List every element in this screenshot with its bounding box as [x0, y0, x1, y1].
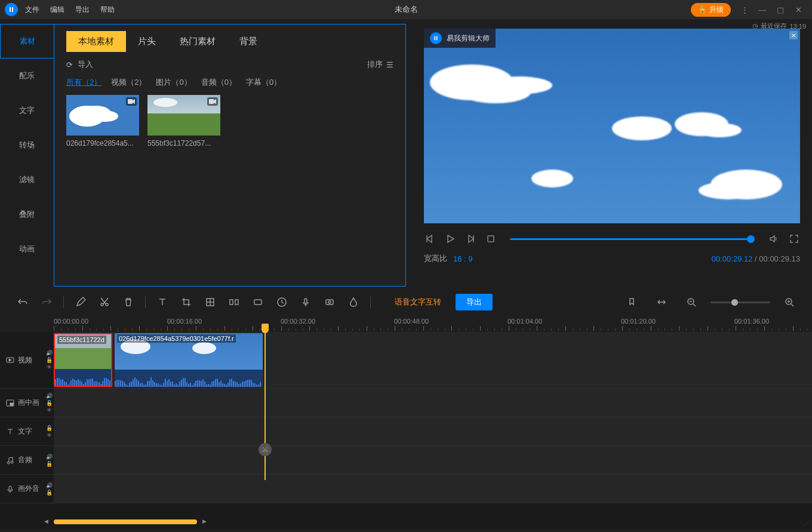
split-at-playhead[interactable]	[259, 443, 272, 456]
playhead-handle[interactable]	[262, 324, 269, 333]
eye-icon[interactable]: 👁	[47, 407, 52, 413]
lock-icon[interactable]: 🔓	[46, 490, 53, 496]
speed-button[interactable]	[271, 291, 293, 313]
timeline-clip[interactable]: 026d179fce2854a5379e0301e5fe077f.r	[115, 333, 263, 387]
track-controls[interactable]: 🔊🔓👁	[45, 393, 54, 413]
delete-button[interactable]	[118, 291, 139, 313]
track-controls[interactable]: 🔓👁	[45, 425, 54, 438]
mute-icon[interactable]: 🔊	[46, 393, 53, 399]
eye-icon[interactable]: 👁	[47, 364, 52, 370]
media-item[interactable]: 555bf3c11722d57...	[147, 95, 220, 147]
sort-button[interactable]: 排序 ☰	[367, 59, 393, 70]
minimize-button[interactable]: —	[758, 5, 767, 14]
voice-button[interactable]	[295, 291, 316, 313]
sidebar-item-overlay[interactable]: 叠附	[0, 197, 54, 232]
text-button[interactable]	[152, 291, 173, 313]
play-button[interactable]	[444, 233, 456, 245]
track-controls[interactable]: 🔊🔓	[45, 482, 54, 496]
resize-grip[interactable]: ⋰	[804, 520, 810, 527]
sidebar-item-music[interactable]: 配乐	[0, 59, 54, 93]
undo-button[interactable]	[12, 291, 33, 313]
eye-icon[interactable]: 👁	[47, 432, 52, 438]
mute-icon[interactable]: 🔊	[46, 350, 53, 356]
track-controls[interactable]: 🔊🔓👁	[45, 350, 54, 370]
menu-edit[interactable]: 编辑	[50, 5, 64, 15]
filter-audio[interactable]: 音频（0）	[201, 77, 236, 88]
timeline-clip[interactable]: 555bf3c11722d	[54, 333, 112, 387]
preview-video[interactable]: 易我剪辑大师 ✕	[424, 29, 800, 223]
watermark-close[interactable]: ✕	[789, 31, 798, 39]
maximize-button[interactable]: ▢	[776, 5, 785, 14]
menu-help[interactable]: 帮助	[100, 5, 115, 15]
scrollbar-thumb[interactable]	[54, 519, 197, 524]
track-content[interactable]	[54, 389, 812, 417]
aspect-value[interactable]: 16 : 9	[453, 254, 473, 263]
menu-file[interactable]: 文件	[25, 5, 39, 15]
next-frame-button[interactable]	[465, 233, 476, 245]
mute-icon[interactable]: 🔊	[46, 454, 53, 460]
edit-button[interactable]	[70, 291, 91, 313]
track-header-audio: 音频	[0, 455, 45, 465]
import-label: 导入	[78, 59, 93, 70]
zoom-out-button[interactable]	[681, 291, 702, 313]
track-content[interactable]	[54, 475, 812, 503]
track-content[interactable]	[54, 446, 812, 474]
progress-bar[interactable]	[510, 238, 755, 240]
track-header-voice: 画外音	[0, 484, 45, 494]
mute-icon[interactable]: 🔊	[46, 482, 53, 488]
stop-button[interactable]	[485, 233, 497, 245]
volume-button[interactable]	[768, 233, 780, 245]
media-tab-intro ro[interactable]: 片头	[126, 31, 168, 52]
track-content[interactable]: 555bf3c11722d 026d179fce2854a5379e0301e5…	[54, 332, 812, 388]
color-button[interactable]	[343, 291, 364, 313]
media-tab-hot[interactable]: 热门素材	[168, 31, 227, 52]
filter-image[interactable]: 图片（0）	[156, 77, 191, 88]
split-button[interactable]	[223, 291, 245, 313]
menu-export[interactable]: 导出	[75, 5, 90, 15]
sidebar-item-media[interactable]: 素材	[0, 24, 54, 59]
freeze-button[interactable]	[247, 291, 269, 313]
zoom-in-button[interactable]	[779, 291, 800, 313]
upgrade-button[interactable]: 🔒 升级	[691, 3, 731, 17]
lock-icon[interactable]: 🔓	[46, 461, 53, 467]
crop-button[interactable]	[176, 291, 197, 313]
prev-frame-button[interactable]	[424, 233, 436, 245]
sidebar-item-animation[interactable]: 动画	[0, 232, 54, 266]
zoom-thumb[interactable]	[731, 299, 738, 306]
sidebar-item-text[interactable]: 文字	[0, 93, 54, 128]
lock-icon[interactable]: 🔓	[46, 400, 53, 406]
track-content[interactable]	[54, 417, 812, 445]
import-button[interactable]: ⟳ 导入	[66, 59, 93, 70]
fullscreen-button[interactable]	[788, 233, 800, 245]
filter-subtitle[interactable]: 字幕（0）	[246, 77, 281, 88]
sidebar-item-transition[interactable]: 转场	[0, 128, 54, 162]
marker-button[interactable]	[621, 291, 642, 313]
filter-video[interactable]: 视频（2）	[111, 77, 146, 88]
media-item[interactable]: 026d179fce2854a5...	[66, 95, 139, 147]
sidebar-item-filter[interactable]: 滤镜	[0, 162, 54, 197]
left-sidebar: 素材 配乐 文字 转场 滤镜 叠附 动画	[0, 24, 54, 287]
fit-button[interactable]	[651, 291, 672, 313]
video-icon	[126, 97, 137, 106]
close-button[interactable]: ✕	[794, 5, 802, 14]
filter-all[interactable]: 所有（2）	[66, 77, 102, 88]
lock-icon[interactable]: 🔓	[46, 425, 53, 431]
playhead[interactable]	[264, 325, 266, 480]
lock-icon[interactable]: 🔓	[46, 357, 53, 363]
cut-button[interactable]	[94, 291, 115, 313]
timeline-ruler[interactable]: 00:00:00.00 00:00:16.00 00:00:32.00 00:0…	[0, 315, 812, 332]
progress-thumb[interactable]	[747, 235, 755, 243]
media-tab-background[interactable]: 背景	[227, 31, 269, 52]
media-tab-local[interactable]: 本地素材	[66, 31, 126, 52]
export-button[interactable]: 导出	[456, 294, 493, 310]
zoom-slider[interactable]	[710, 302, 770, 303]
redo-button[interactable]	[36, 291, 57, 313]
record-button[interactable]	[319, 291, 340, 313]
mosaic-button[interactable]	[199, 291, 221, 313]
timeline-scrollbar[interactable]	[54, 519, 197, 524]
voice-to-text-button[interactable]: 语音文字互转	[395, 297, 441, 307]
text-icon	[6, 428, 14, 436]
track-controls[interactable]: 🔊🔓	[45, 454, 54, 467]
more-icon[interactable]: ⋮	[740, 5, 749, 14]
app-logo	[5, 3, 18, 16]
